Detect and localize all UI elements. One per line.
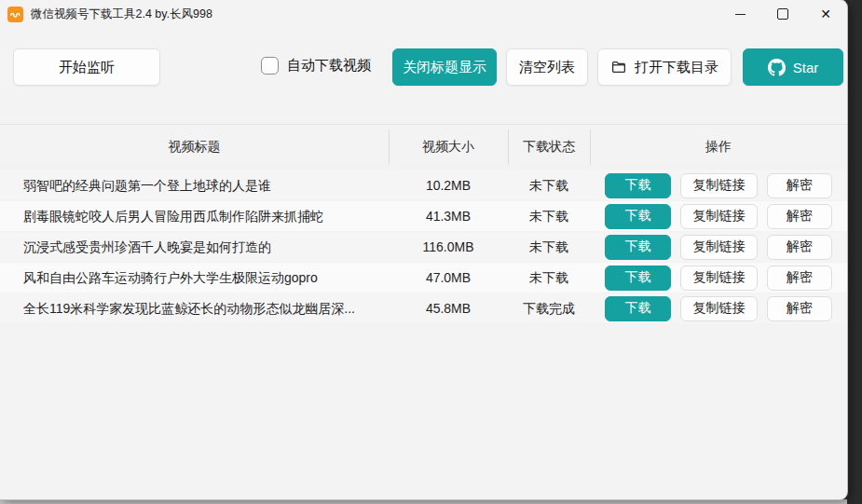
close-button[interactable]: ✕ (804, 0, 847, 28)
header-video-title: 视频标题 (0, 125, 389, 170)
window-controls: ✕ (718, 0, 847, 28)
video-size-cell: 47.0MB (389, 263, 508, 293)
table-row: 沉浸式感受贵州珍酒千人晚宴是如何打造的 116.0MB 未下载 下载 复制链接 … (0, 232, 847, 262)
window-title: 微信视频号下载工具2.4 by.长风998 (31, 7, 212, 22)
close-title-display-button[interactable]: 关闭标题显示 (392, 48, 497, 86)
download-status-cell: 未下载 (508, 170, 590, 200)
auto-download-checkbox-group[interactable]: 自动下载视频 (261, 57, 371, 75)
video-title-cell: 弱智吧的经典问题第一个登上地球的人是谁 (23, 170, 382, 200)
download-button[interactable]: 下载 (605, 204, 671, 229)
copy-link-button[interactable]: 复制链接 (680, 173, 758, 198)
auto-download-label: 自动下载视频 (287, 57, 371, 75)
video-size-cell: 116.0MB (389, 232, 508, 262)
header-video-size: 视频大小 (389, 125, 508, 170)
decrypt-button[interactable]: 解密 (767, 266, 832, 291)
table-header: 视频标题 视频大小 下载状态 操作 (0, 125, 847, 170)
maximize-button[interactable] (761, 0, 804, 28)
decrypt-button[interactable]: 解密 (767, 204, 832, 229)
open-download-dir-button[interactable]: 打开下载目录 (597, 48, 732, 86)
table-row: 风和自由公路车运动骑行户外大学生极限运动gopro 47.0MB 未下载 下载 … (0, 263, 847, 293)
titlebar: 微信视频号下载工具2.4 by.长风998 ✕ (0, 0, 847, 28)
start-listen-label: 开始监听 (59, 59, 115, 76)
copy-link-button[interactable]: 复制链接 (680, 235, 758, 260)
folder-icon (610, 59, 627, 75)
download-status-cell: 未下载 (508, 232, 590, 262)
row-actions: 下载 复制链接 解密 (590, 293, 847, 323)
close-icon: ✕ (820, 7, 831, 20)
github-icon (768, 59, 786, 76)
clear-list-button[interactable]: 清空列表 (506, 48, 588, 86)
column-divider (508, 129, 509, 165)
decrypt-button[interactable]: 解密 (767, 173, 832, 198)
copy-link-button[interactable]: 复制链接 (680, 204, 758, 229)
open-download-dir-label: 打开下载目录 (635, 59, 718, 76)
minimize-icon (735, 14, 746, 15)
download-button[interactable]: 下载 (605, 266, 671, 291)
video-size-cell: 45.8MB (389, 293, 508, 323)
app-icon (7, 7, 23, 22)
video-title-cell: 剧毒眼镜蛇咬人后男人冒险用西瓜制作陷阱来抓捕蛇 (23, 201, 382, 231)
table-body: 弱智吧的经典问题第一个登上地球的人是谁 10.2MB 未下载 下载 复制链接 解… (0, 170, 847, 324)
column-divider (590, 129, 591, 165)
video-size-cell: 10.2MB (389, 170, 508, 200)
clear-list-label: 清空列表 (519, 59, 575, 76)
download-button[interactable]: 下载 (605, 296, 671, 321)
download-status-cell: 未下载 (508, 263, 590, 293)
table-row: 全长119米科学家发现比蓝鲸还长的动物形态似龙幽居深... 45.8MB 下载完… (0, 293, 847, 323)
desktop-background (0, 499, 847, 504)
row-actions: 下载 复制链接 解密 (590, 170, 847, 200)
close-title-display-label: 关闭标题显示 (403, 59, 486, 76)
github-star-button[interactable]: Star (743, 48, 843, 86)
download-button[interactable]: 下载 (605, 173, 671, 198)
video-title-cell: 全长119米科学家发现比蓝鲸还长的动物形态似龙幽居深... (23, 293, 382, 323)
copy-link-button[interactable]: 复制链接 (680, 266, 758, 291)
wechat-channels-icon (9, 8, 21, 20)
download-status-cell: 未下载 (508, 201, 590, 231)
table-row: 弱智吧的经典问题第一个登上地球的人是谁 10.2MB 未下载 下载 复制链接 解… (0, 170, 847, 200)
checkbox-unchecked-icon[interactable] (261, 57, 279, 75)
column-divider (389, 129, 390, 165)
video-size-cell: 41.3MB (389, 201, 508, 231)
decrypt-button[interactable]: 解密 (767, 296, 832, 321)
video-title-cell: 风和自由公路车运动骑行户外大学生极限运动gopro (23, 263, 382, 293)
start-listen-button[interactable]: 开始监听 (13, 48, 160, 86)
download-status-cell: 下载完成 (508, 293, 590, 323)
row-actions: 下载 复制链接 解密 (590, 232, 847, 262)
row-actions: 下载 复制链接 解密 (590, 201, 847, 231)
github-star-label: Star (793, 60, 819, 75)
app-window: 微信视频号下载工具2.4 by.长风998 ✕ 开始监听 自动下载视频 关闭标题… (0, 0, 847, 499)
minimize-button[interactable] (718, 0, 761, 28)
maximize-icon (777, 8, 788, 20)
header-actions: 操作 (590, 125, 847, 170)
header-download-status: 下载状态 (508, 125, 590, 170)
download-button[interactable]: 下载 (605, 235, 671, 260)
video-title-cell: 沉浸式感受贵州珍酒千人晚宴是如何打造的 (23, 232, 382, 262)
decrypt-button[interactable]: 解密 (767, 235, 832, 260)
row-actions: 下载 复制链接 解密 (590, 263, 847, 293)
table-row: 剧毒眼镜蛇咬人后男人冒险用西瓜制作陷阱来抓捕蛇 41.3MB 未下载 下载 复制… (0, 201, 847, 231)
copy-link-button[interactable]: 复制链接 (680, 296, 758, 321)
